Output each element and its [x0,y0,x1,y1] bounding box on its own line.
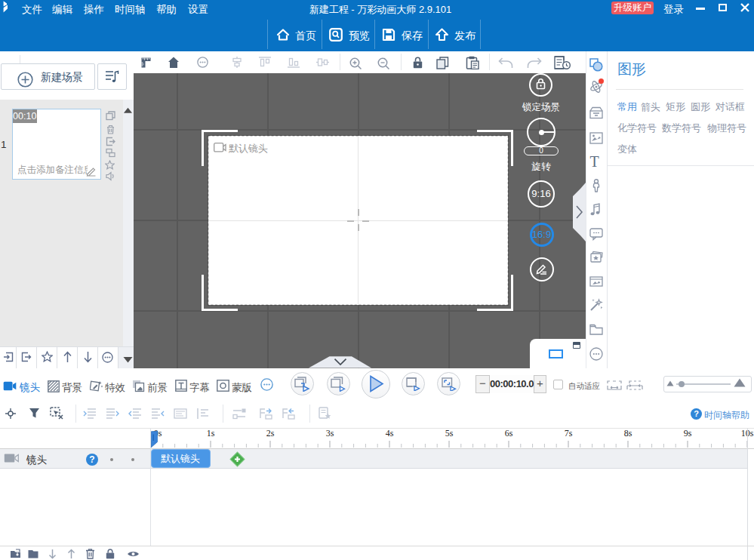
svg-text:1s: 1s [207,428,215,438]
svg-text:2s: 2s [266,428,275,438]
svg-text:6s: 6s [505,428,513,438]
svg-text:7s: 7s [565,428,573,438]
svg-text:9s: 9s [684,428,692,438]
svg-text:4s: 4s [386,428,394,438]
svg-text:3s: 3s [326,428,334,438]
svg-text:8s: 8s [624,428,632,438]
svg-text:5s: 5s [445,428,454,438]
